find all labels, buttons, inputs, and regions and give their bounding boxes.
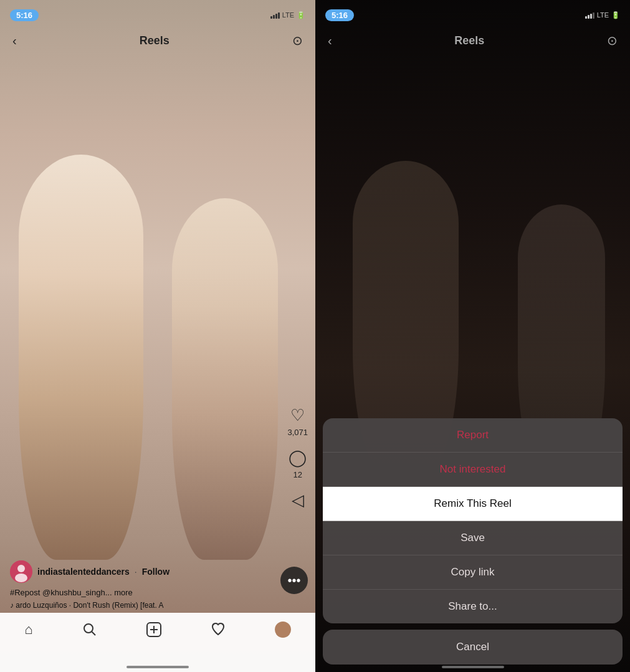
dancer-figure-right bbox=[172, 198, 278, 560]
cancel-sheet: Cancel bbox=[323, 630, 623, 665]
nav-title-right: Reels bbox=[454, 34, 484, 47]
lte-label-left: LTE bbox=[282, 11, 294, 19]
svg-point-2 bbox=[15, 574, 27, 582]
left-phone: 5:16 LTE 🔋 ‹ Reels ⊙ ♡ 3,071 ◯ 12 ◁ bbox=[0, 0, 315, 672]
right-phone: 5:16 LTE 🔋 ‹ Reels ⊙ Report Not interest… bbox=[315, 0, 630, 672]
comment-icon: ◯ bbox=[289, 448, 307, 468]
heart-nav-icon bbox=[211, 622, 226, 640]
status-time-left: 5:16 bbox=[10, 9, 39, 21]
bottom-overlay-left: indiastalenteddancers · Follow #Repost @… bbox=[0, 560, 315, 610]
action-buttons-left: ♡ 3,071 ◯ 12 ◁ bbox=[287, 406, 308, 510]
music-row: ♪ ardo Luzquiños · Don't Rush (Remix) [f… bbox=[10, 601, 305, 610]
share-icon: ◁ bbox=[292, 491, 304, 510]
search-icon bbox=[82, 622, 97, 640]
save-option[interactable]: Save bbox=[323, 521, 623, 555]
bottom-nav-left: ⌂ bbox=[0, 613, 315, 672]
nav-add[interactable] bbox=[146, 622, 162, 641]
lte-label-right: LTE bbox=[597, 11, 609, 19]
add-icon bbox=[146, 622, 162, 641]
like-count: 3,071 bbox=[287, 428, 308, 437]
svg-point-1 bbox=[17, 565, 25, 572]
home-indicator-left bbox=[126, 666, 189, 668]
home-indicator-right bbox=[442, 666, 504, 668]
avatar[interactable] bbox=[10, 560, 32, 583]
user-row: indiastalenteddancers · Follow bbox=[10, 560, 305, 583]
share-to-option[interactable]: Share to... bbox=[323, 590, 623, 623]
dot-separator: · bbox=[135, 567, 137, 577]
signal-icon-left bbox=[270, 11, 280, 19]
status-icons-left: LTE 🔋 bbox=[270, 11, 305, 19]
caption-text: #Repost @khushbu_singh... more bbox=[10, 588, 305, 597]
username-label: indiastalenteddancers bbox=[37, 567, 130, 577]
report-option[interactable]: Report bbox=[323, 418, 623, 453]
cancel-button[interactable]: Cancel bbox=[323, 630, 623, 665]
comment-button[interactable]: ◯ 12 bbox=[289, 448, 307, 479]
nav-bar-right: ‹ Reels ⊙ bbox=[315, 25, 630, 56]
battery-icon-left: 🔋 bbox=[297, 11, 305, 19]
heart-icon: ♡ bbox=[290, 406, 305, 425]
nav-bar-left: ‹ Reels ⊙ bbox=[0, 25, 315, 56]
share-button[interactable]: ◁ bbox=[292, 491, 304, 510]
camera-button-right[interactable]: ⊙ bbox=[607, 33, 618, 48]
status-icons-right: LTE 🔋 bbox=[585, 11, 620, 19]
nav-heart[interactable] bbox=[211, 622, 226, 640]
status-bar-left: 5:16 LTE 🔋 bbox=[0, 0, 315, 25]
comment-count: 12 bbox=[293, 470, 302, 479]
signal-icon-right bbox=[585, 11, 594, 19]
not-interested-option[interactable]: Not interested bbox=[323, 453, 623, 487]
svg-point-3 bbox=[84, 624, 93, 633]
home-icon: ⌂ bbox=[24, 622, 32, 638]
remix-this-reel-option[interactable]: Remix This Reel bbox=[323, 487, 623, 521]
nav-home[interactable]: ⌂ bbox=[24, 622, 32, 638]
battery-icon-right: 🔋 bbox=[611, 11, 620, 19]
status-bar-right: 5:16 LTE 🔋 bbox=[315, 0, 630, 25]
camera-button-left[interactable]: ⊙ bbox=[292, 33, 303, 48]
like-button[interactable]: ♡ 3,071 bbox=[287, 406, 308, 437]
dancer-figure-left bbox=[19, 155, 143, 560]
more-options-button[interactable]: ••• bbox=[280, 567, 308, 594]
action-sheet-main: Report Not interested Remix This Reel Sa… bbox=[323, 418, 623, 623]
status-time-right: 5:16 bbox=[325, 9, 354, 21]
copy-link-option[interactable]: Copy link bbox=[323, 555, 623, 590]
action-sheet: Report Not interested Remix This Reel Sa… bbox=[315, 418, 630, 672]
profile-avatar bbox=[275, 622, 291, 638]
back-button-right[interactable]: ‹ bbox=[328, 34, 332, 48]
nav-title-left: Reels bbox=[140, 34, 169, 47]
back-button-left[interactable]: ‹ bbox=[12, 34, 17, 48]
nav-search[interactable] bbox=[82, 622, 97, 640]
follow-button[interactable]: Follow bbox=[142, 567, 169, 577]
svg-line-4 bbox=[92, 632, 96, 636]
nav-profile[interactable] bbox=[275, 622, 291, 638]
